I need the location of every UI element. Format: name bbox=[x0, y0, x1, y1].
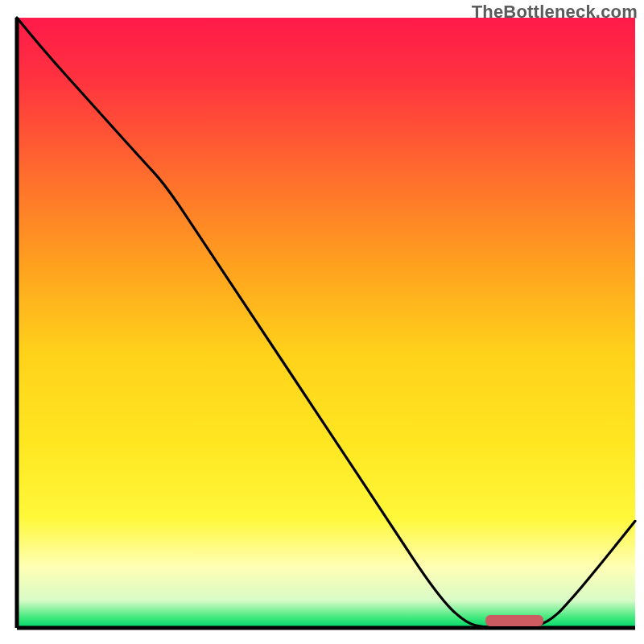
bottleneck-chart: TheBottleneck.com bbox=[0, 0, 644, 644]
optimal-range-marker bbox=[485, 615, 543, 626]
watermark-text: TheBottleneck.com bbox=[472, 2, 638, 23]
plot-background bbox=[17, 18, 635, 628]
chart-svg bbox=[0, 0, 644, 644]
